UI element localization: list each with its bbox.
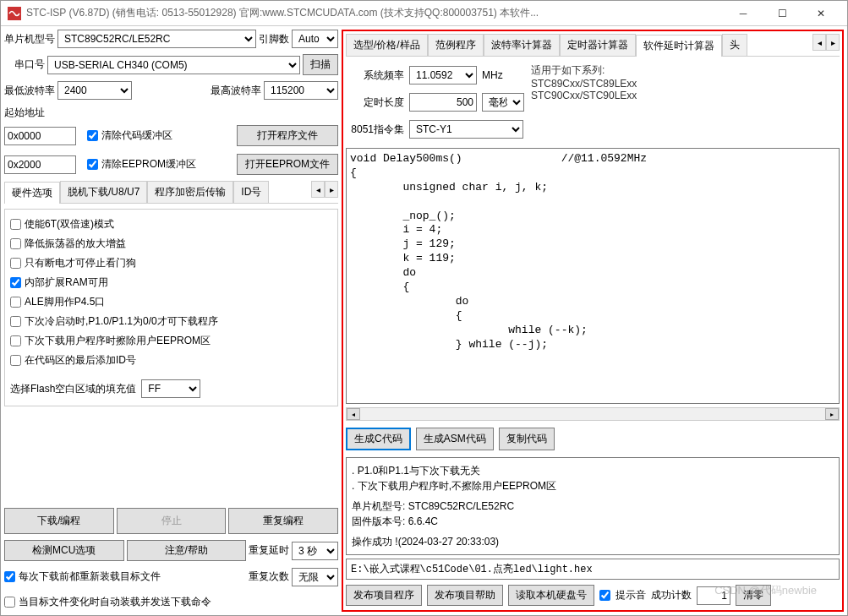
- hw-options-box: 使能6T(双倍速)模式 降低振荡器的放大增益 只有断电才可停止看门狗 内部扩展R…: [4, 209, 338, 406]
- main-window: STC-ISP (V6.87D) (销售电话: 0513-55012928) 官…: [0, 0, 848, 616]
- pins-label: 引脚数: [259, 32, 289, 46]
- right-tab-left-icon[interactable]: ◂: [812, 34, 826, 51]
- hw-tab-right-icon[interactable]: ▸: [325, 181, 338, 198]
- delay-config: 系统频率 11.0592 MHz 定时长度 毫秒 8051指令集 STC-Y1: [346, 60, 840, 144]
- inst-label: 8051指令集: [349, 123, 404, 137]
- tab-header[interactable]: 头: [722, 34, 747, 56]
- sound-label: 提示音: [615, 588, 646, 602]
- sound-checkbox[interactable]: [599, 590, 610, 601]
- reload-checkbox[interactable]: [4, 571, 15, 582]
- opt-ale-checkbox[interactable]: [10, 297, 21, 308]
- stop-button[interactable]: 停止: [117, 508, 227, 534]
- flash-fill-label: 选择Flash空白区域的填充值: [10, 382, 136, 396]
- scroll-left-icon[interactable]: ◂: [347, 408, 360, 420]
- info-box: . P1.0和P1.1与下次下载无关 . 下次下载用户程序时,不擦除用户EEPR…: [346, 457, 840, 555]
- right-tabs: 选型/价格/样品 范例程序 波特率计算器 定时器计算器 软件延时计算器 头 ◂ …: [346, 34, 840, 57]
- repeat-delay-select[interactable]: 3 秒: [292, 542, 338, 560]
- freq-unit: MHz: [482, 69, 503, 81]
- max-baud-label: 最高波特率: [211, 84, 261, 98]
- tab-hw-options[interactable]: 硬件选项: [4, 182, 60, 204]
- app-icon: [8, 7, 21, 20]
- open-program-button[interactable]: 打开程序文件: [237, 125, 338, 146]
- check-mcu-button[interactable]: 检测MCU选项: [4, 540, 124, 561]
- clear-code-label: 清除代码缓冲区: [101, 128, 172, 143]
- freq-label: 系统频率: [349, 68, 404, 83]
- pub-help-button[interactable]: 发布项目帮助: [427, 585, 503, 606]
- download-button[interactable]: 下载/编程: [4, 508, 114, 534]
- clear-eeprom-label: 清除EEPROM缓冲区: [101, 157, 196, 172]
- timer-label: 定时长度: [349, 95, 404, 110]
- title-text: STC-ISP (V6.87D) (销售电话: 0513-55012928) 官…: [26, 6, 724, 20]
- timer-input[interactable]: [409, 93, 477, 112]
- code-scrollbar[interactable]: ◂ ▸: [346, 407, 840, 421]
- repeat-delay-label: 重复延时: [249, 543, 289, 558]
- file-path: E:\嵌入式课程\c51Code\01.点亮led\light.hex: [346, 559, 840, 580]
- code-output[interactable]: void Delay500ms() //@11.0592MHz { unsign…: [346, 148, 840, 404]
- scroll-right-icon[interactable]: ▸: [825, 408, 839, 420]
- clear-code-checkbox[interactable]: [87, 130, 98, 141]
- tab-timer[interactable]: 定时器计算器: [560, 34, 636, 56]
- auto-checkbox[interactable]: [4, 597, 15, 608]
- gen-asm-button[interactable]: 生成ASM代码: [416, 428, 494, 450]
- watermark: CSDN @代码newbie: [714, 583, 817, 598]
- opt-coldboot-checkbox[interactable]: [10, 316, 21, 327]
- tab-encrypt[interactable]: 程序加密后传输: [147, 181, 233, 203]
- close-button[interactable]: ✕: [801, 1, 840, 26]
- repeat-count-label: 重复次数: [249, 570, 289, 584]
- tab-offline[interactable]: 脱机下载/U8/U7: [60, 181, 147, 203]
- read-hd-button[interactable]: 读取本机硬盘号: [508, 585, 594, 606]
- repeat-count-select[interactable]: 无限: [292, 568, 338, 586]
- tab-id[interactable]: ID号: [233, 181, 269, 203]
- start-addr-label: 起始地址: [4, 106, 45, 118]
- mcu-select[interactable]: STC89C52RC/LE52RC: [57, 30, 256, 48]
- maximize-button[interactable]: ☐: [763, 1, 801, 26]
- com-select[interactable]: USB-SERIAL CH340 (COM5): [47, 56, 300, 74]
- opt-idcode-checkbox[interactable]: [10, 355, 21, 366]
- opt-erase-checkbox[interactable]: [10, 335, 21, 346]
- open-eeprom-button[interactable]: 打开EEPROM文件: [237, 154, 338, 175]
- addr2-input[interactable]: [4, 155, 76, 174]
- titlebar: STC-ISP (V6.87D) (销售电话: 0513-55012928) 官…: [1, 1, 847, 26]
- scan-button[interactable]: 扫描: [303, 54, 338, 75]
- addr1-input[interactable]: [4, 127, 76, 145]
- timer-unit-select[interactable]: 毫秒: [482, 93, 524, 112]
- max-baud-select[interactable]: 115200: [264, 81, 338, 100]
- min-baud-select[interactable]: 2400: [57, 81, 132, 100]
- tab-selection[interactable]: 选型/价格/样品: [346, 34, 428, 56]
- opt-wdt-checkbox[interactable]: [10, 258, 21, 269]
- right-tab-right-icon[interactable]: ▸: [826, 34, 840, 51]
- count-label: 成功计数: [651, 588, 692, 602]
- hw-tab-left-icon[interactable]: ◂: [311, 181, 325, 198]
- tab-sample[interactable]: 范例程序: [428, 34, 484, 56]
- reprogram-button[interactable]: 重复编程: [228, 508, 338, 534]
- inst-select[interactable]: STC-Y1: [409, 120, 523, 139]
- minimize-button[interactable]: ─: [724, 1, 763, 26]
- mcu-label: 单片机型号: [4, 32, 55, 46]
- pins-select[interactable]: Auto: [292, 30, 338, 48]
- hw-tabs: 硬件选项 脱机下载/U8/U7 程序加密后传输 ID号 ◂ ▸: [4, 181, 338, 204]
- left-panel: 单片机型号 STC89C52RC/LE52RC 引脚数 Auto 串口号 USB…: [4, 30, 338, 612]
- opt-osc-checkbox[interactable]: [10, 238, 21, 249]
- pub-prog-button[interactable]: 发布项目程序: [346, 585, 422, 606]
- tab-baud[interactable]: 波特率计算器: [484, 34, 560, 56]
- help-button[interactable]: 注意/帮助: [127, 540, 247, 561]
- clear-eeprom-checkbox[interactable]: [87, 159, 98, 170]
- copy-code-button[interactable]: 复制代码: [499, 428, 555, 450]
- gen-c-button[interactable]: 生成C代码: [346, 428, 411, 450]
- com-label: 串口号: [14, 57, 45, 72]
- tab-delay[interactable]: 软件延时计算器: [636, 35, 722, 57]
- opt-6t-checkbox[interactable]: [10, 219, 21, 230]
- opt-ram-checkbox[interactable]: [10, 277, 21, 288]
- right-panel: 选型/价格/样品 范例程序 波特率计算器 定时器计算器 软件延时计算器 头 ◂ …: [342, 30, 844, 612]
- applies-box: 适用于如下系列: STC89Cxx/STC89LExx STC90Cxx/STC…: [531, 63, 637, 141]
- min-baud-label: 最低波特率: [4, 84, 55, 98]
- flash-fill-select[interactable]: FF: [141, 379, 200, 398]
- freq-select[interactable]: 11.0592: [409, 66, 477, 84]
